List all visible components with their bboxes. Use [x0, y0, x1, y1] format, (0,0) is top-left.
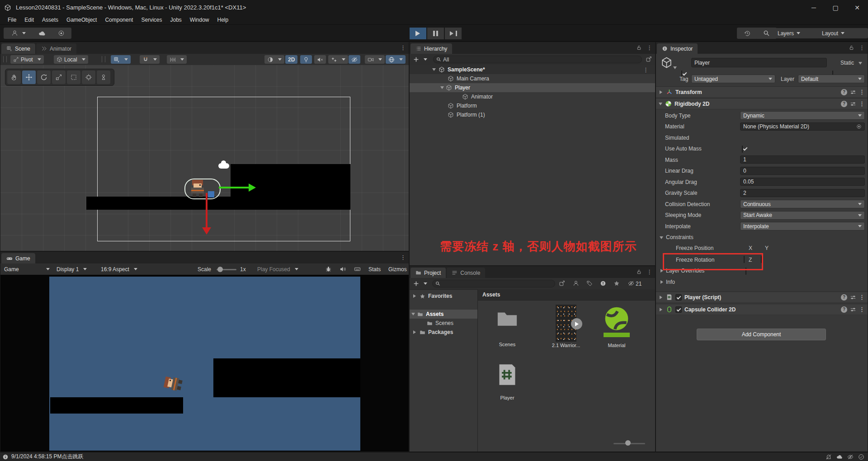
tree-item-packages[interactable]: Packages — [410, 328, 477, 337]
aspect-dropdown[interactable]: 16:9 Aspect — [98, 265, 192, 273]
material-object-field[interactable]: None (Physics Material 2D) — [740, 122, 865, 131]
asset-item-scenes[interactable]: Scenes — [487, 307, 528, 348]
local-dropdown[interactable]: Local — [54, 55, 88, 64]
menu-component[interactable]: Component — [101, 17, 137, 23]
game-panel-menu-icon[interactable]: ⋮ — [400, 254, 406, 261]
tab-console[interactable]: Console — [447, 268, 485, 278]
game-viewport[interactable] — [0, 275, 409, 452]
add-component-button[interactable]: Add Component — [697, 329, 826, 340]
play-button[interactable] — [410, 28, 426, 39]
interpolate-dropdown[interactable]: Interpolate — [740, 222, 865, 230]
shading-mode-dropdown[interactable] — [264, 55, 284, 64]
gravity-scale-field[interactable]: 2 — [740, 189, 865, 197]
custom-tool-button[interactable] — [97, 71, 110, 84]
status-message[interactable]: 9/1/2024 4:58:15 PM点击跳跃 — [11, 453, 83, 461]
toolbar-grip[interactable] — [3, 56, 7, 62]
search-by-label-icon[interactable] — [586, 280, 593, 287]
scale-slider-knob[interactable] — [217, 267, 223, 272]
play-preview-icon[interactable] — [571, 318, 582, 329]
scene-viewport[interactable] — [0, 65, 409, 251]
favorites-star-icon[interactable] — [613, 280, 620, 287]
open-search-window-icon[interactable] — [559, 280, 565, 287]
mute-audio-button[interactable] — [337, 265, 349, 273]
log-warning-icon[interactable] — [600, 280, 606, 287]
target-search-button[interactable] — [51, 28, 71, 39]
foldout-icon[interactable] — [660, 308, 664, 311]
green-arrow-shaft[interactable] — [219, 187, 249, 188]
tab-project[interactable]: Project — [410, 268, 446, 278]
progress-check-icon[interactable] — [858, 454, 864, 460]
project-lock-icon[interactable] — [636, 269, 642, 275]
constraints-label[interactable]: Constraints — [666, 234, 693, 240]
menu-jobs[interactable]: Jobs — [166, 17, 185, 23]
rotate-tool-button[interactable] — [37, 71, 51, 84]
menu-gameobject[interactable]: GameObject — [62, 17, 101, 23]
gameobject-icon-caret[interactable] — [673, 66, 677, 71]
snap-toggle[interactable] — [140, 55, 160, 64]
effects-dropdown[interactable] — [328, 55, 348, 64]
foldout-icon[interactable] — [413, 294, 418, 298]
menu-window[interactable]: Window — [186, 17, 213, 23]
foldout-icon[interactable] — [411, 313, 415, 317]
network-off-icon[interactable] — [847, 454, 854, 460]
audio-toggle[interactable] — [314, 55, 326, 64]
info-foldout-icon[interactable] — [660, 280, 665, 284]
maximize-button[interactable]: ▢ — [825, 0, 846, 15]
input-debug-button[interactable] — [351, 265, 363, 273]
hierarchy-add-button[interactable] — [410, 55, 430, 64]
collider-enabled-checkbox[interactable] — [675, 306, 682, 313]
layout-dropdown[interactable]: Layout — [818, 28, 868, 38]
menu-services[interactable]: Services — [137, 17, 166, 23]
hierarchy-row-main-camera[interactable]: Main Camera — [410, 74, 655, 83]
close-button[interactable]: ✕ — [846, 0, 868, 15]
foldout-icon[interactable] — [432, 68, 436, 73]
gameobject-name-field[interactable]: Player — [691, 58, 827, 67]
tab-animator[interactable]: Animator — [36, 43, 76, 54]
simulated-checkbox[interactable] — [742, 146, 743, 153]
script-enabled-checkbox[interactable] — [675, 294, 682, 301]
help-icon[interactable]: ? — [841, 89, 847, 95]
player-script-header[interactable]: Player (Script) ? ⋮ — [656, 292, 868, 303]
presets-icon[interactable] — [850, 294, 856, 301]
project-menu-icon[interactable]: ⋮ — [646, 268, 652, 275]
component-menu-icon[interactable]: ⋮ — [859, 100, 865, 107]
tree-item-assets[interactable]: Assets — [410, 310, 477, 319]
thumbnail-zoom-slider-knob[interactable] — [625, 440, 631, 446]
collab-cloud-icon[interactable] — [836, 454, 843, 460]
foldout-icon[interactable] — [660, 296, 664, 299]
collision-detection-dropdown[interactable]: Continuous — [740, 200, 865, 208]
tree-item-scenes[interactable]: Scenes — [410, 319, 477, 328]
hierarchy-menu-icon[interactable]: ⋮ — [646, 44, 652, 51]
notifications-muted-icon[interactable] — [826, 454, 832, 460]
menu-help[interactable]: Help — [213, 17, 233, 23]
presets-icon[interactable] — [850, 89, 856, 95]
object-picker-icon[interactable] — [856, 124, 862, 129]
component-menu-icon[interactable]: ⋮ — [859, 89, 865, 95]
hand-tool-button[interactable] — [7, 71, 21, 84]
angular-drag-field[interactable]: 0.05 — [740, 178, 865, 186]
scene-row-menu-icon[interactable]: ⋮ — [643, 66, 649, 73]
hierarchy-row-platform-1[interactable]: Platform (1) — [410, 110, 655, 119]
open-search-window-icon[interactable] — [646, 56, 652, 62]
help-icon[interactable]: ? — [841, 101, 847, 107]
foldout-icon[interactable] — [440, 86, 444, 91]
hierarchy-row-platform[interactable]: Platform — [410, 101, 655, 110]
rect-tool-button[interactable] — [67, 71, 80, 84]
info-label[interactable]: Info — [666, 279, 675, 285]
component-menu-icon[interactable]: ⋮ — [859, 306, 865, 313]
camera-settings-dropdown[interactable] — [365, 55, 385, 64]
tab-inspector[interactable]: Inspector — [657, 43, 698, 54]
inspector-lock-icon[interactable] — [849, 45, 854, 51]
transform-tool-button[interactable] — [82, 71, 95, 84]
toolbar-grip-2[interactable] — [102, 56, 105, 62]
status-info-icon[interactable] — [2, 454, 9, 460]
body-type-dropdown[interactable]: Dynamic — [740, 111, 865, 120]
presets-icon[interactable] — [850, 306, 856, 313]
sleeping-mode-dropdown[interactable]: Start Awake — [740, 211, 865, 220]
2d-toggle[interactable]: 2D — [285, 55, 297, 64]
project-add-button[interactable] — [410, 279, 430, 288]
search-by-type-icon[interactable] — [573, 280, 579, 287]
debug-bug-button[interactable] — [322, 265, 335, 273]
hierarchy-lock-icon[interactable] — [636, 45, 642, 51]
game-view-dropdown[interactable]: Game — [1, 265, 52, 273]
